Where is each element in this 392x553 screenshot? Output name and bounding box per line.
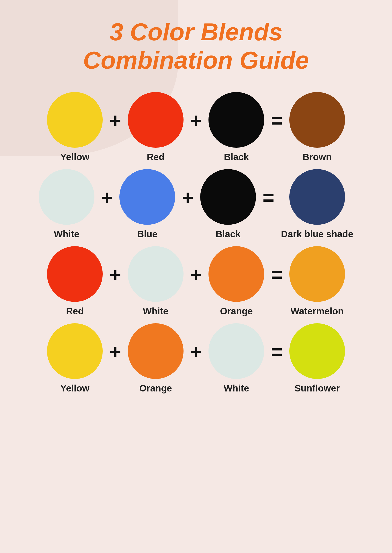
plus-operator: +: [190, 340, 202, 363]
color-circle-white: [209, 323, 264, 379]
result-item-4: Sunflower: [289, 323, 345, 394]
result-item-1: Brown: [289, 92, 345, 163]
color-label-3-1: Red: [66, 306, 84, 317]
color-item-1-1: Yellow: [47, 92, 103, 163]
color-item-3-1: Red: [47, 246, 103, 317]
equals-operator: =: [271, 340, 283, 363]
result-label-1: Brown: [303, 152, 332, 163]
result-label-4: Sunflower: [294, 383, 340, 394]
color-label-1-1: Yellow: [60, 152, 90, 163]
color-label-4-1: Yellow: [60, 383, 90, 394]
result-item-2: Dark blue shade: [281, 169, 353, 240]
plus-operator: +: [109, 109, 121, 132]
color-circle-yellow: [47, 323, 103, 379]
color-item-4-1: Yellow: [47, 323, 103, 394]
color-item-2-2: Blue: [119, 169, 175, 240]
result-label-2: Dark blue shade: [281, 229, 353, 240]
color-circle-red: [47, 246, 103, 302]
page-title: 3 Color Blends Combination Guide: [83, 18, 309, 74]
blend-row-1: Yellow+Red+Black=Brown: [29, 92, 363, 163]
color-label-2-3: Black: [216, 229, 241, 240]
color-item-2-3: Black: [200, 169, 256, 240]
color-circle-orange: [209, 246, 264, 302]
blend-rows: Yellow+Red+Black=BrownWhite+Blue+Black=D…: [0, 92, 392, 394]
color-label-4-3: White: [224, 383, 249, 394]
result-circle-1: [289, 92, 345, 148]
color-label-4-2: Orange: [139, 383, 172, 394]
plus-operator: +: [190, 263, 202, 286]
color-item-4-2: Orange: [128, 323, 183, 394]
blend-row-2: White+Blue+Black=Dark blue shade: [29, 169, 363, 240]
color-circle-yellow: [47, 92, 103, 148]
result-circle-4: [289, 323, 345, 379]
result-circle-3: [289, 246, 345, 302]
plus-operator: +: [182, 186, 194, 209]
color-circle-white: [39, 169, 94, 225]
result-label-3: Watermelon: [290, 306, 344, 317]
color-item-2-1: White: [39, 169, 94, 240]
color-item-3-3: Orange: [209, 246, 264, 317]
color-circle-black: [200, 169, 256, 225]
color-circle-orange: [128, 323, 183, 379]
blend-row-3: Red+White+Orange=Watermelon: [29, 246, 363, 317]
color-circle-white: [128, 246, 183, 302]
equals-operator: =: [271, 263, 283, 286]
main-content: 3 Color Blends Combination Guide Yellow+…: [0, 0, 392, 394]
color-label-2-2: Blue: [137, 229, 157, 240]
color-item-1-3: Black: [209, 92, 264, 163]
result-item-3: Watermelon: [289, 246, 345, 317]
color-label-3-2: White: [143, 306, 168, 317]
equals-operator: =: [271, 109, 283, 132]
color-label-1-2: Red: [147, 152, 164, 163]
color-item-4-3: White: [209, 323, 264, 394]
plus-operator: +: [109, 340, 121, 363]
color-circle-red: [128, 92, 183, 148]
blend-row-4: Yellow+Orange+White=Sunflower: [29, 323, 363, 394]
result-circle-2: [289, 169, 345, 225]
color-label-2-1: White: [54, 229, 79, 240]
color-item-1-2: Red: [128, 92, 183, 163]
plus-operator: +: [101, 186, 113, 209]
plus-operator: +: [109, 263, 121, 286]
equals-operator: =: [263, 186, 274, 209]
plus-operator: +: [190, 109, 202, 132]
color-circle-blue: [119, 169, 175, 225]
color-item-3-2: White: [128, 246, 183, 317]
color-label-3-3: Orange: [220, 306, 253, 317]
color-circle-black: [209, 92, 264, 148]
color-label-1-3: Black: [224, 152, 249, 163]
